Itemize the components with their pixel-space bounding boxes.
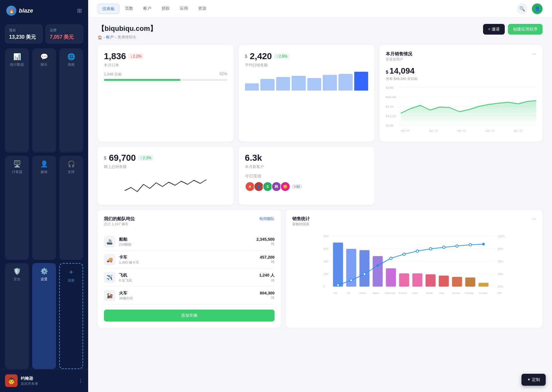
sidebar-item-chat[interactable]: 💬 聊天	[32, 48, 56, 153]
sidebar-item-security[interactable]: 🛡️ 安全	[5, 263, 29, 369]
tab-apps[interactable]: 应用	[175, 4, 192, 14]
nav-label-add: 添新	[68, 278, 75, 283]
breadcrumb-accounts[interactable]: 帐户	[106, 35, 114, 40]
sidebar-item-add[interactable]: + 添新	[59, 263, 83, 369]
svg-point-50	[416, 250, 419, 252]
fleet-header-left: 我们的船队吨位 总计 1,247 辆车	[104, 216, 135, 232]
sidebar-item-analytics[interactable]: 📊 统计数据	[5, 48, 29, 153]
hero-avatar-4: 韩	[271, 182, 282, 192]
fleet-unit-trucks: 吨	[260, 260, 275, 264]
sidebar-logo: 🔥 blaze	[6, 6, 33, 16]
tab-accounts[interactable]: 帐户	[139, 4, 156, 14]
svg-text:Apr 04: Apr 04	[401, 129, 410, 132]
bottom-grid: 我们的船队吨位 总计 1,247 辆车 检阅舰队 🚢 船舶 234艘船 2,34…	[98, 210, 543, 328]
fleet-item-planes: ✈️ 飞机 8 架飞机 1,240 人 吨	[104, 269, 275, 287]
sidebar-item-guide[interactable]: 🌐 指南	[59, 48, 83, 153]
train-icon: 🚂	[104, 290, 115, 301]
invite-button[interactable]: + 邀请	[483, 24, 505, 35]
svg-text:40%: 40%	[498, 272, 504, 276]
page-title: 【biqubiqu.com】	[98, 24, 157, 33]
svg-marker-10	[401, 101, 536, 125]
svg-text:80%: 80%	[498, 247, 504, 250]
user-menu-icon[interactable]: ⋮	[78, 378, 83, 384]
hero-section: 今日英雄 A 👤 S 韩 😊 +42	[245, 173, 368, 192]
nav-label-settings: 设置	[41, 277, 48, 282]
orders-label: 本月订单	[104, 63, 227, 68]
svg-point-55	[482, 243, 485, 245]
tab-auth[interactable]: 授权	[157, 4, 174, 14]
nav-label-support: 支持	[68, 170, 75, 174]
logo-text: blaze	[19, 8, 33, 14]
fleet-value-trains: 804,300 吨	[260, 291, 275, 300]
hero-avatars: A 👤 S 韩 😊 +42	[245, 182, 368, 192]
svg-rect-39	[426, 274, 436, 287]
svg-text:60%: 60%	[498, 260, 504, 263]
total-sales-top: $ 69,700 ↑ 2.2%	[104, 153, 227, 163]
fleet-item-trains: 🚂 火车 36辆列车 804,300 吨	[104, 287, 275, 305]
expense-label: 花费	[50, 28, 79, 33]
avg-sales-card: $ 2,420 ↑ 2.6% 平均日销售额	[239, 45, 375, 142]
sales-currency: $	[386, 70, 390, 75]
breadcrumb-home: 🏠	[98, 35, 102, 40]
add-icon: +	[69, 268, 73, 276]
monthly-sales-more-btn[interactable]: ···	[532, 51, 536, 57]
svg-point-53	[456, 245, 458, 247]
search-button[interactable]: 🔍	[517, 3, 527, 14]
top-nav-actions: 🔍 👤	[517, 3, 543, 14]
customize-button[interactable]: ✦ 定制	[521, 374, 546, 386]
fleet-sub: 总计 1,247 辆车	[104, 222, 135, 227]
svg-rect-42	[465, 277, 475, 287]
mini-bar-6	[339, 74, 353, 91]
svg-text:800: 800	[324, 235, 328, 238]
sales-stats-more-btn[interactable]: ···	[532, 216, 536, 230]
user-avatar-top[interactable]: 👤	[532, 3, 543, 14]
fleet-value-planes: 1,240 人 吨	[259, 272, 275, 283]
fleet-amount-trucks: 457,200	[260, 255, 275, 260]
stats-row-2: $ 69,700 ↑ 2.2% 网上总销售额 6.3k	[98, 147, 543, 205]
settings-icon[interactable]: ⊞	[77, 7, 82, 14]
svg-point-51	[430, 248, 432, 250]
sidebar-item-settings[interactable]: ⚙️ 设置	[32, 263, 56, 369]
progress-bar	[104, 79, 227, 81]
svg-text:Apr 10: Apr 10	[457, 129, 466, 132]
avg-sales-top: $ 2,420 ↑ 2.6%	[245, 51, 368, 61]
svg-text:US: US	[334, 292, 337, 294]
logo-icon: 🔥	[6, 6, 16, 16]
tab-pages[interactable]: 页数	[121, 4, 138, 14]
new-customers-top: 6.3k	[245, 153, 368, 163]
mini-bar-0	[245, 83, 259, 91]
svg-text:Russia: Russia	[452, 292, 460, 294]
tab-resources[interactable]: 资源	[194, 4, 211, 14]
sales-stats-card: 销售统计 最畅销国家 ··· 800 600 400 200 0	[286, 210, 543, 328]
fleet-unit-planes: 吨	[259, 278, 275, 283]
svg-rect-40	[439, 276, 449, 287]
total-sales-label: 网上总销售额	[104, 164, 227, 170]
sales-stats-title: 销售统计	[292, 216, 310, 222]
line-chart-svg: $24K $20.5K $17K $13.5K $10K	[386, 85, 536, 135]
page-header: 【biqubiqu.com】 🏠 › 帐户 › 奥弗维耶夫 + 邀请 创建应用程…	[98, 24, 543, 40]
fleet-amount-trains: 804,300	[260, 291, 275, 295]
avg-sales-change: ↑ 2.6%	[274, 53, 289, 59]
fleet-info-planes: 飞机 8 架飞机	[119, 272, 255, 283]
sidebar-item-media[interactable]: 👤 媒体	[32, 156, 56, 260]
nav-label-media: 媒体	[41, 170, 48, 174]
mini-bar-1	[260, 79, 275, 91]
new-customers-value: 6.3k	[245, 153, 262, 163]
fleet-name-trucks: 卡车	[119, 255, 256, 260]
svg-text:400: 400	[324, 260, 328, 263]
spacer	[379, 147, 543, 205]
top-nav-tabs: 仪表板 页数 帐户 授权 应用 资源	[98, 4, 211, 14]
sidebar-item-calculator[interactable]: 🖥️ 计算器	[5, 156, 29, 260]
total-sales-value: 69,700	[109, 153, 136, 163]
main-content: 仪表板 页数 帐户 授权 应用 资源 🔍 👤 【biqubiqu.com】 🏠 …	[88, 0, 552, 392]
sales-card-header-left: 本月销售情况 全渠道用户	[386, 51, 412, 65]
add-vehicle-button[interactable]: 添加车辆	[104, 310, 275, 322]
fleet-unit-trains: 吨	[260, 295, 275, 300]
chat-icon: 💬	[40, 53, 48, 60]
create-app-button[interactable]: 创建应用程序	[508, 24, 543, 35]
orders-progress: 1,048 目标 62%	[104, 72, 227, 81]
tab-dashboard[interactable]: 仪表板	[98, 4, 119, 14]
sidebar-item-support[interactable]: 🎧 支持	[59, 156, 83, 260]
orders-value: 1,836	[104, 51, 126, 61]
fleet-link[interactable]: 检阅舰队	[259, 216, 275, 221]
